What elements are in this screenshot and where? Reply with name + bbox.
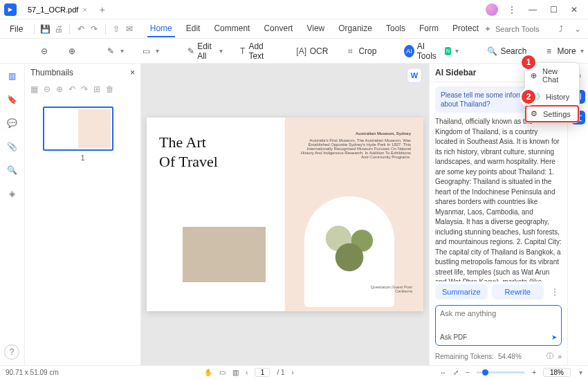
highlighter-button[interactable]: ✎▾	[100, 43, 129, 59]
thumb-zoomout-icon[interactable]: ⊖	[44, 84, 50, 94]
redo-icon[interactable]: ↷	[89, 23, 99, 35]
sparkle-icon: ✦	[484, 24, 491, 34]
menu-home[interactable]: Home	[147, 21, 175, 37]
send-icon[interactable]: ➤	[551, 333, 557, 341]
page-input[interactable]	[255, 368, 270, 377]
thumb-insert-icon[interactable]: ⊞	[93, 84, 100, 94]
menu-comment[interactable]: Comment	[211, 21, 252, 37]
thumbnails-panel: Thumbnails × ▦ ⊖ ⊕ ↶ ↷ ⊞ 🗑 1	[25, 64, 141, 365]
rewrite-button[interactable]: Rewrite	[492, 284, 544, 299]
edit-all-label: Edit All	[197, 41, 215, 61]
comment-icon[interactable]: 💬	[6, 116, 19, 130]
maximize-button[interactable]: ☐	[544, 2, 563, 17]
document-viewer[interactable]: W The Art Of Travel Australian Museum, S…	[141, 64, 429, 365]
shape-button[interactable]: ▭▾	[135, 43, 165, 59]
thumbnails-icon[interactable]: ▥	[6, 69, 19, 83]
ai-text-input[interactable]	[440, 309, 557, 317]
cloud-upload-icon[interactable]: ⤴	[555, 23, 567, 35]
close-tab-icon[interactable]: ×	[82, 6, 86, 14]
document-tab[interactable]: 57_1_OCR.pdf ×	[21, 3, 94, 17]
ocr-button[interactable]: [A]OCR	[291, 43, 334, 59]
page-total: / 1	[277, 369, 284, 376]
close-window-button[interactable]: ✕	[564, 2, 584, 17]
search-tools[interactable]: ✦ ⤴ ⌄	[484, 23, 584, 35]
zoom-slider-thumb[interactable]	[482, 369, 488, 376]
close-panel-icon[interactable]: ×	[130, 68, 135, 77]
thumb-grid-icon[interactable]: ▦	[30, 84, 38, 94]
summarize-button[interactable]: Summarize	[435, 284, 488, 299]
menubar: File 💾 🖨 ↶ ↷ ⇧ ✉ Home Edit Comment Conve…	[0, 19, 588, 39]
thumb-zoomin-icon[interactable]: ⊕	[56, 84, 63, 94]
zoom-out-button[interactable]: ⊖	[33, 43, 55, 59]
tokens-percent: 54.48%	[498, 353, 522, 360]
expand-icon[interactable]: »	[558, 353, 562, 360]
page-thumbnail-1[interactable]	[43, 107, 113, 151]
thumb-delete-icon[interactable]: 🗑	[106, 84, 114, 94]
doc-heading: The Art Of Travel	[159, 133, 273, 171]
crop-button[interactable]: ⌗Crop	[339, 43, 382, 59]
print-icon[interactable]: 🖨	[53, 23, 64, 35]
zoom-dropdown-icon[interactable]: ▾	[579, 369, 582, 376]
account-avatar[interactable]	[486, 3, 498, 16]
dropdown-settings[interactable]: ⚙Settings	[525, 105, 579, 122]
doc-paragraph: Australia's First Museum, The Australian…	[297, 138, 411, 159]
attachment-icon[interactable]: 📎	[6, 140, 19, 154]
hand-tool-icon[interactable]: ✋	[204, 369, 212, 376]
zoom-plus-icon[interactable]: +	[532, 369, 536, 376]
zoom-slider[interactable]	[477, 371, 525, 373]
ai-tools-label: AI Tools	[417, 41, 441, 61]
menu-view[interactable]: View	[304, 21, 327, 37]
menu-organize[interactable]: Organize	[336, 21, 375, 37]
fit-width-icon[interactable]: ↔	[439, 369, 446, 376]
kebab-icon[interactable]: ⋮	[502, 2, 522, 17]
bookmark-icon[interactable]: 🔖	[6, 93, 19, 107]
page-next-icon[interactable]: ›	[292, 369, 294, 376]
share-icon[interactable]: ⇧	[111, 23, 121, 35]
ai-actions-more-icon[interactable]: ⋮	[548, 287, 562, 297]
undo-icon[interactable]: ↶	[75, 23, 86, 35]
tokens-info-icon[interactable]: ⓘ	[546, 351, 553, 361]
add-text-label: Add Text	[248, 41, 268, 61]
minimize-button[interactable]: —	[523, 2, 542, 17]
thumb-rotate-left-icon[interactable]: ↶	[68, 84, 75, 94]
menu-tools[interactable]: Tools	[383, 21, 408, 37]
chevron-down-icon[interactable]: ⌄	[571, 23, 584, 35]
thumb-rotate-right-icon[interactable]: ↷	[81, 84, 88, 94]
menu-protect[interactable]: Protect	[450, 21, 481, 37]
doc-subhead: Australian Museum, Sydney	[297, 131, 411, 136]
ai-input-box[interactable]: Ask PDF ➤	[435, 305, 562, 346]
file-menu[interactable]: File	[4, 22, 28, 36]
search-panel-icon[interactable]: 🔍	[6, 163, 19, 177]
layout-icon[interactable]: ▥	[232, 369, 239, 376]
callout-1: 1	[522, 55, 535, 69]
add-tab-button[interactable]: +	[100, 4, 105, 15]
search-tools-input[interactable]	[495, 25, 551, 33]
status-bar: 90.71 x 51.09 cm ✋ ▭ ▥ ‹ / 1 › ↔ ⤢ − + ▾	[0, 365, 588, 379]
fit-page-icon[interactable]: ⤢	[453, 369, 459, 376]
zoom-input[interactable]	[543, 368, 571, 377]
zoom-in-button[interactable]: ⊕	[61, 43, 83, 59]
more-label: More	[557, 46, 576, 56]
layers-icon[interactable]: ◈	[6, 187, 19, 201]
edit-all-button[interactable]: ✎Edit All▾	[181, 39, 228, 64]
help-button[interactable]: ?	[4, 344, 19, 360]
ask-pdf-toggle[interactable]: Ask PDF	[440, 333, 467, 341]
doc-image-left	[183, 227, 266, 282]
zoom-minus-icon[interactable]: −	[466, 369, 470, 376]
menu-convert[interactable]: Convert	[261, 21, 295, 37]
word-export-icon[interactable]: W	[407, 68, 422, 83]
left-rail: ▥ 🔖 💬 📎 🔍 ◈	[0, 64, 25, 365]
view-mode-icon[interactable]: ▭	[219, 369, 226, 376]
page-prev-icon[interactable]: ‹	[246, 369, 248, 376]
gear-icon: ⚙	[531, 109, 538, 118]
tokens-label: Remaining Tokens:	[435, 353, 494, 360]
ai-tools-button[interactable]: AIAI ToolsN▾	[398, 39, 464, 64]
menu-edit[interactable]: Edit	[183, 21, 203, 37]
document-page: The Art Of Travel Australian Museum, Syd…	[147, 118, 423, 311]
mail-icon[interactable]: ✉	[125, 23, 135, 35]
more-button[interactable]: ≡More▾	[538, 43, 588, 59]
save-icon[interactable]: 💾	[40, 23, 50, 35]
menu-form[interactable]: Form	[416, 21, 441, 37]
ai-answer: Thailand, officially known as the Kingdo…	[430, 117, 567, 281]
add-text-button[interactable]: TAdd Text	[234, 39, 274, 64]
